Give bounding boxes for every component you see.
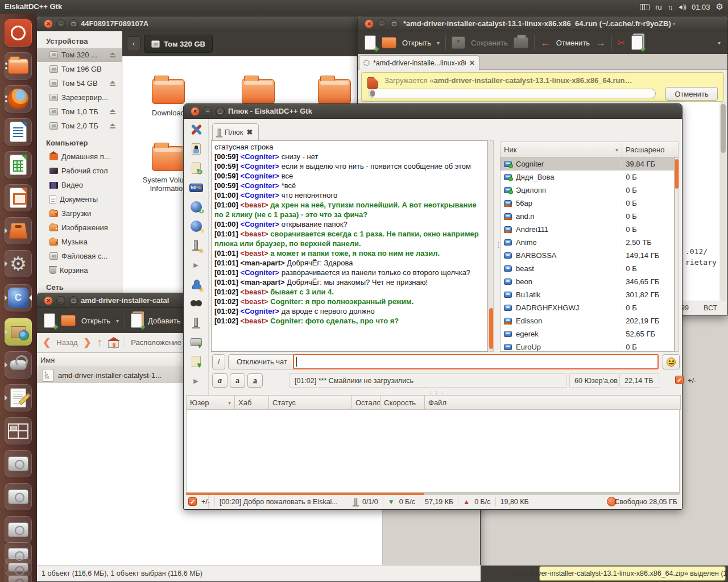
network-indicator-icon[interactable]: ↑↓ xyxy=(668,3,672,11)
print-icon[interactable] xyxy=(514,37,528,48)
transfer-status-header[interactable]: Статус xyxy=(269,395,352,410)
launcher-item-workspaces[interactable] xyxy=(5,417,32,444)
eject-icon[interactable] xyxy=(109,123,116,129)
sidebar-item-trash[interactable]: Корзина xyxy=(37,263,122,277)
transfer-user-header[interactable]: Юзер▾ xyxy=(186,395,235,410)
user-row[interactable]: beon346,65 ГБ xyxy=(500,275,674,288)
back-icon[interactable]: ❮ xyxy=(43,336,51,348)
eject-icon[interactable] xyxy=(109,109,116,115)
favorite-hubs-icon[interactable]: ★ xyxy=(188,237,204,254)
user-row[interactable]: DADRGHFXHGWJ0 Б xyxy=(500,301,674,314)
message-input[interactable] xyxy=(293,354,659,369)
launcher-item-firefox[interactable] xyxy=(5,85,32,113)
new-archive-icon[interactable] xyxy=(44,313,55,328)
undo-icon[interactable]: ← xyxy=(540,37,551,49)
user-row[interactable]: Дядя_Вова0 Б xyxy=(500,171,674,184)
close-icon[interactable]: ✕ xyxy=(44,19,53,28)
disable-chat-button[interactable]: Отключить чат xyxy=(228,354,296,369)
sidebar-item-volume[interactable]: Том 320 ... xyxy=(37,48,122,62)
gedit-titlebar[interactable]: ✕ – ▢ *amd-driver-installer-catalyst-13.… xyxy=(358,16,727,31)
expander-icon[interactable]: ▶ xyxy=(188,256,204,273)
close-icon[interactable]: ✕ xyxy=(44,296,53,305)
launcher-item-package[interactable] xyxy=(5,318,32,346)
minimize-icon[interactable]: – xyxy=(203,107,212,116)
pathbar-scroll-left-button[interactable]: ‹ xyxy=(127,36,140,51)
eject-icon[interactable] xyxy=(109,81,116,86)
statusbar-checkbox[interactable]: ✓ xyxy=(188,497,197,506)
save-button[interactable]: Сохранить xyxy=(471,39,508,47)
launcher-item-impress[interactable] xyxy=(5,184,32,211)
launcher-item-disk[interactable] xyxy=(5,483,32,510)
sidebar-item-video[interactable]: Видео xyxy=(37,178,122,192)
up-icon[interactable]: ↑ xyxy=(97,336,103,349)
hub-reload-icon[interactable]: ↻ xyxy=(188,198,204,215)
chat-messages[interactable]: статусная строка [00:59] <Cogniter> сниз… xyxy=(211,140,488,352)
sidebar-item-volume[interactable]: Том 54 GB xyxy=(37,76,122,90)
cancel-loading-button[interactable]: Отменить xyxy=(665,87,718,101)
transfer-hub-header[interactable]: Хаб xyxy=(235,395,269,410)
folder-icon[interactable] xyxy=(242,79,275,104)
maximize-icon[interactable]: ▢ xyxy=(69,296,78,305)
public-hubs-icon[interactable] xyxy=(188,314,204,331)
user-row[interactable]: Andrei1110 Б xyxy=(500,223,674,236)
folder-icon[interactable] xyxy=(152,79,185,104)
sidebar-item-volume[interactable]: Том 2,0 ТБ xyxy=(37,119,122,133)
keyboard-layout-label[interactable]: ru xyxy=(655,3,662,11)
launcher-item-archive-roller[interactable] xyxy=(5,351,32,379)
finished-downloads-icon[interactable]: ▼ xyxy=(188,353,204,370)
close-icon[interactable]: ✕ xyxy=(191,107,200,116)
sidebar-item-volume[interactable]: Том 1,0 ТБ xyxy=(37,105,122,119)
command-slash-button[interactable]: / xyxy=(212,354,225,369)
sidebar-item-filesystem[interactable]: Файловая с... xyxy=(37,249,122,263)
transfer-remaining-header[interactable]: Осталос xyxy=(352,395,380,410)
open-folder-icon[interactable] xyxy=(61,315,76,326)
transfer-list[interactable] xyxy=(186,410,680,493)
user-list[interactable]: Cogniter39,84 ГБ Дядя_Вова0 Б Эцилопп0 Б… xyxy=(500,157,675,352)
document-tab[interactable]: *amd-driver-installe...linux-x86.x86_64.… xyxy=(359,55,479,70)
transfer-file-header[interactable]: Файл xyxy=(425,395,681,410)
user-row[interactable]: Edisson202,19 ГБ xyxy=(500,314,674,327)
underline-button[interactable]: a xyxy=(247,373,263,388)
save-icon[interactable] xyxy=(452,36,465,49)
user-row[interactable]: Эцилопп0 Б xyxy=(500,184,674,197)
back-button[interactable]: Назад xyxy=(56,338,77,347)
reload-chat-icon[interactable]: ↻ xyxy=(188,160,204,177)
minimize-icon[interactable]: – xyxy=(377,19,386,28)
expander-icon[interactable]: ▶ xyxy=(188,372,204,389)
user-row[interactable]: EuroUp0 Б xyxy=(500,340,674,352)
launcher-item-eiskaltdcpp[interactable]: C xyxy=(5,284,32,311)
pane-splitter[interactable] xyxy=(494,140,500,352)
minimize-icon[interactable]: – xyxy=(56,296,65,305)
clock[interactable]: 01:03 xyxy=(692,3,710,11)
chat-titlebar[interactable]: ✕ – ▢ Плюк - EiskaltDC++ Gtk xyxy=(184,104,682,119)
favorite-users-icon[interactable]: ★ xyxy=(188,276,204,293)
user-row[interactable]: Anime2,50 ТБ xyxy=(500,236,674,249)
launcher-item-dash[interactable] xyxy=(5,19,32,47)
new-document-icon[interactable] xyxy=(365,35,376,50)
cut-icon[interactable]: ✂ xyxy=(618,38,625,48)
redo-icon[interactable]: → xyxy=(595,37,606,49)
launcher-item-disk[interactable] xyxy=(5,450,32,477)
add-files-icon[interactable] xyxy=(131,313,142,328)
sidebar-item-volume[interactable]: Зарезервир... xyxy=(37,90,122,105)
open-folder-icon[interactable] xyxy=(382,37,396,48)
add-button[interactable]: Добавить xyxy=(148,317,180,325)
sidebar-item-downloads[interactable]: ▾Загрузки xyxy=(37,206,122,221)
download-queue-icon[interactable]: ▼ xyxy=(188,334,204,351)
chat-status-checkbox[interactable]: ✓ xyxy=(675,376,684,384)
open-dropdown-icon[interactable]: ▾ xyxy=(437,40,440,46)
toolbar-overflow-icon[interactable]: ▾ xyxy=(718,40,721,46)
sidebar-item-home[interactable]: Домашняя п... xyxy=(37,149,122,164)
limits-icon[interactable]: 50% xyxy=(188,179,204,196)
sidebar-item-desktop[interactable]: Рабочий стол xyxy=(37,164,122,178)
share-column-header[interactable]: Расшарено xyxy=(622,142,679,157)
bold-button[interactable]: a xyxy=(230,373,245,388)
user-list-scrollbar[interactable] xyxy=(675,157,679,352)
launcher-item-disk[interactable] xyxy=(5,516,32,543)
launcher-item-settings[interactable]: ⚙ xyxy=(5,250,32,277)
session-gear-icon[interactable]: ⚙ xyxy=(716,2,723,12)
gedit-scrollbar[interactable] xyxy=(720,102,726,301)
chat-log-icon[interactable] xyxy=(188,140,204,157)
undo-button[interactable]: Отменить xyxy=(556,39,590,47)
eject-icon[interactable] xyxy=(109,52,116,58)
